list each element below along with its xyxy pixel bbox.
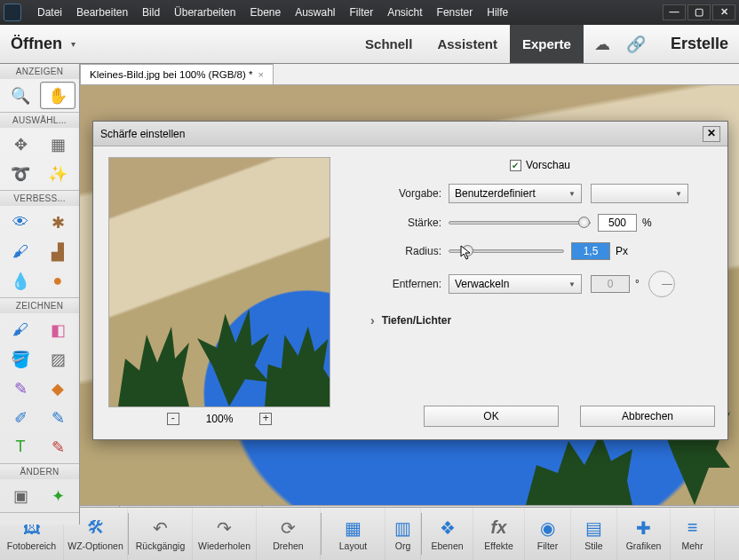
menu-filter[interactable]: Filter (343, 6, 381, 19)
radius-slider[interactable] (449, 249, 564, 253)
panelbar: 🖼Fotobereich 🛠WZ-Optionen ↶Rückgängig ↷W… (0, 507, 739, 560)
blur-tool[interactable]: 💧 (3, 267, 38, 295)
open-dropdown-icon[interactable]: ▾ (71, 39, 75, 49)
styles-icon: ▤ (585, 517, 602, 539)
titlebar: Datei Bearbeiten Bild Überarbeiten Ebene… (0, 0, 739, 25)
preset-dropdown[interactable]: Benutzerdefiniert (449, 184, 582, 203)
hand-tool[interactable]: ✋ (40, 82, 75, 109)
clone-stamp-tool[interactable]: ▟ (40, 238, 75, 265)
document-tab-close-icon[interactable]: × (258, 69, 263, 80)
dialog-titlebar[interactable]: Schärfe einstellen ✕ (93, 122, 727, 146)
open-button[interactable]: Öffnen (11, 35, 62, 53)
redeye-tool[interactable]: 👁 (3, 209, 38, 236)
shape-tool[interactable]: ◆ (40, 375, 75, 402)
move-tool[interactable]: ✥ (3, 130, 38, 158)
shadows-highlights-expander[interactable]: Tiefen/Lichter (370, 313, 710, 327)
document-tab-title: Kleines-Bild.jpg bei 100% (RGB/8) * (90, 69, 252, 80)
crop-tool[interactable]: ▣ (3, 482, 38, 509)
panel-styles[interactable]: ▤Stile (571, 508, 617, 560)
preset-label: Vorgabe: (370, 187, 441, 200)
adjust-sharpness-dialog: Schärfe einstellen ✕ - 100% + ✔ Vorschau (92, 121, 728, 440)
preview-checkbox[interactable]: ✔ (510, 160, 521, 171)
zoom-tool[interactable]: 🔍 (3, 82, 38, 109)
organizer-icon: ▥ (394, 517, 411, 539)
toolbox-section-select: AUSWÄHL... (0, 113, 79, 128)
gradient-tool[interactable]: ▨ (40, 345, 75, 373)
preset-extra-dropdown[interactable] (591, 184, 688, 203)
menu-hilfe[interactable]: Hilfe (480, 6, 515, 19)
color-picker-tool[interactable]: ✎ (3, 375, 38, 402)
panel-undo[interactable]: ↶Rückgängig (129, 508, 193, 560)
actionbar: Öffnen ▾ Schnell Assistent Experte ☁ 🔗 E… (0, 25, 739, 64)
share-link-icon[interactable]: 🔗 (626, 35, 646, 54)
menu-auswahl[interactable]: Auswahl (288, 6, 342, 19)
cancel-button[interactable]: Abbrechen (580, 406, 715, 427)
zoom-in-button[interactable]: + (259, 413, 272, 425)
panel-filters[interactable]: ◉Filter (525, 508, 571, 560)
angle-input (591, 275, 630, 293)
brush-tool[interactable]: 🖌 (3, 316, 38, 343)
toolbox-section-modify: ÄNDERN (0, 464, 79, 479)
panel-label: Filter (537, 540, 558, 551)
smart-brush-tool[interactable]: 🖌 (3, 238, 38, 265)
window-minimize-button[interactable]: — (663, 4, 686, 20)
radius-label: Radius: (370, 245, 441, 257)
panel-more[interactable]: ≡Mehr (671, 508, 715, 560)
menu-ueberarbeiten[interactable]: Überarbeiten (167, 6, 242, 19)
zoom-out-button[interactable]: - (167, 413, 179, 425)
preview-image[interactable] (108, 157, 330, 407)
quick-select-tool[interactable]: ✨ (40, 160, 75, 187)
eyedropper-tool[interactable]: ✐ (3, 404, 38, 431)
menu-bearbeiten[interactable]: Bearbeiten (69, 6, 135, 19)
remove-value: Verwackeln (455, 278, 509, 290)
document-tab[interactable]: Kleines-Bild.jpg bei 100% (RGB/8) * × (80, 64, 274, 84)
custom-shape-tool[interactable]: ✎ (40, 404, 75, 431)
mode-tab-guided[interactable]: Assistent (425, 25, 510, 63)
pencil-tool[interactable]: ✎ (40, 433, 75, 461)
effects-icon: fx (491, 517, 507, 539)
panel-label: Drehen (273, 540, 303, 551)
menu-datei[interactable]: Datei (30, 6, 69, 19)
panel-organizer[interactable]: ▥Org (385, 508, 421, 560)
panel-redo[interactable]: ↷Wiederholen (193, 508, 257, 560)
graphics-icon: ✚ (636, 517, 651, 539)
radius-input[interactable] (571, 242, 610, 260)
panel-label: Ebenen (431, 540, 463, 551)
filters-icon: ◉ (540, 517, 555, 539)
create-button[interactable]: Erstelle (671, 35, 728, 53)
menu-ebene[interactable]: Ebene (242, 6, 288, 19)
mode-tab-quick[interactable]: Schnell (353, 25, 425, 63)
spot-heal-tool[interactable]: ✱ (40, 209, 75, 236)
ok-button[interactable]: OK (424, 406, 559, 427)
mode-tab-expert[interactable]: Experte (510, 25, 584, 63)
dialog-title: Schärfe einstellen (100, 128, 185, 140)
dialog-close-button[interactable]: ✕ (703, 126, 720, 142)
menu-ansicht[interactable]: Ansicht (380, 6, 429, 19)
window-maximize-button[interactable]: ▢ (687, 4, 711, 20)
cloud-icon[interactable]: ☁ (594, 35, 610, 54)
eraser-tool[interactable]: ◧ (40, 316, 75, 343)
amount-input[interactable] (598, 214, 637, 232)
panel-layout[interactable]: ▦Layout (322, 508, 385, 560)
remove-dropdown[interactable]: Verwackeln (449, 274, 582, 294)
angle-wheel[interactable] (648, 271, 675, 297)
panel-rotate[interactable]: ⟳Drehen (257, 508, 321, 560)
menu-fenster[interactable]: Fenster (430, 6, 481, 19)
menu-bild[interactable]: Bild (135, 6, 167, 19)
panel-effects[interactable]: fxEffekte (473, 508, 525, 560)
panel-graphics[interactable]: ✚Grafiken (617, 508, 671, 560)
lasso-tool[interactable]: ➰ (3, 160, 38, 187)
more-icon: ≡ (687, 517, 698, 539)
window-close-button[interactable]: ✕ (712, 4, 735, 20)
amount-slider[interactable] (449, 221, 591, 225)
recompose-tool[interactable]: ✦ (40, 482, 75, 509)
panel-layers[interactable]: ❖Ebenen (422, 508, 473, 560)
type-tool[interactable]: T (3, 433, 38, 461)
sponge-tool[interactable]: ● (40, 267, 75, 295)
redo-icon: ↷ (217, 517, 232, 539)
paint-bucket-tool[interactable]: 🪣 (3, 345, 38, 373)
tool-options-icon: 🛠 (87, 517, 105, 539)
amount-label: Stärke: (370, 217, 441, 229)
marquee-tool[interactable]: ▦ (40, 130, 75, 158)
panel-label: Org (395, 540, 411, 551)
